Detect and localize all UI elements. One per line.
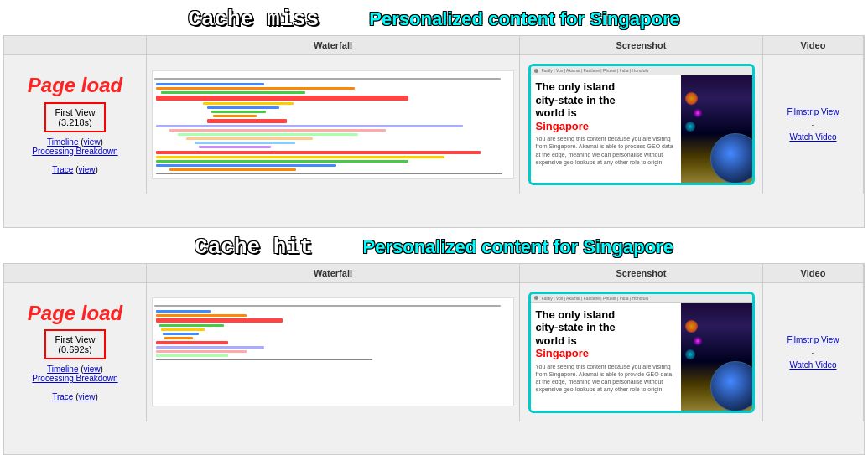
timeline-link-hit[interactable]: Timeline (47, 365, 78, 374)
screenshot-frame-miss: Fastly | Vox | Akamai | Fastlane | Phuke… (528, 64, 755, 185)
col-header-video-miss: Video (763, 36, 864, 54)
personalized-hit-label: Personalized content for Singapore (363, 236, 673, 258)
col-header-waterfall-miss: Waterfall (147, 36, 520, 54)
trace-link-hit[interactable]: Trace (52, 392, 73, 401)
links-area-miss: Timeline (view) Processing Breakdown Tra… (32, 137, 117, 174)
watch-video-link-hit[interactable]: Watch Video (789, 360, 836, 370)
filmstrip-link-hit[interactable]: Filmstrip View (787, 335, 839, 344)
first-view-box-hit: First View (0.692s) (44, 329, 105, 359)
flare2-miss (694, 109, 702, 117)
screenshot-text-hit: The only island city-state in the world … (531, 303, 681, 413)
flare2-hit (694, 337, 702, 345)
col-header-empty-hit (4, 264, 147, 282)
screenshot-nav-hit: Fastly | Vox | Akamai | Fastlane | Phuke… (531, 294, 752, 303)
waterfall-cell-hit (147, 283, 520, 421)
processing-link-miss[interactable]: Processing Breakdown (32, 147, 117, 156)
first-view-text-miss: First View (55, 107, 95, 117)
timeline-link-miss[interactable]: Timeline (47, 137, 78, 147)
view-link1-miss[interactable]: view (84, 137, 101, 147)
cache-miss-label: Cache miss (188, 7, 319, 32)
view-link2-miss[interactable]: view (78, 165, 95, 174)
col-header-screenshot-hit: Screenshot (520, 264, 763, 282)
watch-video-link-miss[interactable]: Watch Video (789, 132, 836, 142)
screenshot-image-hit (681, 303, 752, 413)
processing-link-hit[interactable]: Processing Breakdown (32, 374, 117, 383)
waterfall-cell-miss (147, 55, 520, 194)
page-load-label-miss: Page load (28, 75, 122, 96)
screenshot-title-miss: The only island city-state in the world … (536, 80, 676, 132)
filmstrip-link-miss[interactable]: Filmstrip View (787, 107, 839, 116)
screenshot-body-hit: You are seeing this content because you … (536, 363, 676, 393)
page-load-cell-hit: Page load First View (0.692s) Timeline (… (4, 283, 147, 421)
view-link2-hit[interactable]: view (78, 392, 95, 401)
flare3-miss (685, 122, 695, 132)
trace-link-miss[interactable]: Trace (52, 165, 73, 174)
cache-hit-label: Cache hit (195, 235, 312, 260)
col-header-waterfall-hit: Waterfall (147, 264, 520, 282)
first-view-time-hit: (0.692s) (55, 344, 95, 354)
col-header-video-hit: Video (763, 264, 864, 282)
main-container: Cache miss Personalized content for Sing… (0, 0, 868, 455)
cache-miss-panel: Cache miss Personalized content for Sing… (0, 0, 868, 228)
first-view-text-hit: First View (55, 334, 95, 344)
flare1-miss (685, 92, 698, 105)
screenshot-image-miss (681, 75, 752, 185)
col-header-screenshot-miss: Screenshot (520, 36, 763, 54)
cache-miss-table: Waterfall Screenshot Video Page load Fir… (3, 35, 865, 228)
waterfall-image-miss (152, 70, 514, 179)
video-cell-hit: Filmstrip View - Watch Video (763, 283, 864, 421)
table-header-hit: Waterfall Screenshot Video (4, 264, 864, 283)
cache-hit-header: Cache hit Personalized content for Singa… (0, 228, 868, 263)
video-cell-miss: Filmstrip View - Watch Video (763, 55, 864, 194)
screenshot-text-miss: The only island city-state in the world … (531, 75, 681, 185)
flare3-hit (685, 349, 695, 359)
table-body-hit: Page load First View (0.692s) Timeline (… (4, 283, 864, 421)
screenshot-title-hit: The only island city-state in the world … (536, 308, 676, 360)
screenshot-content-hit: The only island city-state in the world … (531, 303, 752, 413)
cache-hit-panel: Cache hit Personalized content for Singa… (0, 228, 868, 456)
table-body-miss: Page load First View (3.218s) Timeline (… (4, 55, 864, 194)
globe-hit (710, 361, 752, 411)
personalized-miss-label: Personalized content for Singapore (369, 8, 679, 30)
flare1-hit (685, 320, 698, 333)
nav-dot-miss (534, 69, 538, 73)
table-header-miss: Waterfall Screenshot Video (4, 36, 864, 55)
waterfall-image-hit (152, 297, 514, 406)
page-load-cell-miss: Page load First View (3.218s) Timeline (… (4, 55, 147, 194)
screenshot-frame-hit: Fastly | Vox | Akamai | Fastlane | Phuke… (528, 292, 755, 413)
view-link1-hit[interactable]: view (84, 365, 101, 374)
cache-miss-header: Cache miss Personalized content for Sing… (0, 0, 868, 35)
page-load-label-hit: Page load (28, 302, 122, 324)
separator-hit: - (812, 348, 814, 357)
first-view-time-miss: (3.218s) (55, 117, 95, 127)
separator-miss: - (812, 120, 814, 129)
col-header-empty-miss (4, 36, 147, 54)
screenshot-body-miss: You are seeing this content because you … (536, 135, 676, 165)
globe-miss (710, 133, 752, 184)
screenshot-cell-miss: Fastly | Vox | Akamai | Fastlane | Phuke… (520, 55, 763, 194)
screenshot-content-miss: The only island city-state in the world … (531, 75, 752, 185)
screenshot-cell-hit: Fastly | Vox | Akamai | Fastlane | Phuke… (520, 283, 763, 421)
screenshot-nav-miss: Fastly | Vox | Akamai | Fastlane | Phuke… (531, 66, 752, 75)
first-view-box-miss: First View (3.218s) (44, 102, 105, 132)
nav-dot-hit (534, 296, 538, 300)
cache-hit-table: Waterfall Screenshot Video Page load Fir… (3, 263, 865, 456)
links-area-hit: Timeline (view) Processing Breakdown Tra… (32, 365, 117, 401)
